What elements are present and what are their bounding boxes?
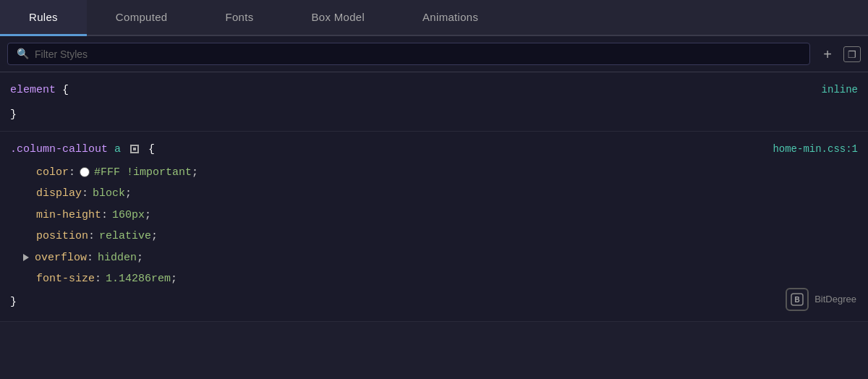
overflow-expand-triangle[interactable]	[23, 254, 29, 261]
prop-font-size-line: font-size : 1.14286rem ;	[0, 268, 868, 290]
prop-display-line: display : block ;	[0, 183, 868, 205]
prop-min-height-line: min-height : 160px ;	[0, 205, 868, 226]
tab-bar: Rules Computed Fonts Box Model Animation…	[0, 0, 868, 36]
copy-icon: ❐	[848, 49, 856, 60]
element-close-brace: }	[0, 103, 868, 127]
column-callout-selector: .column-callout a {	[10, 140, 155, 159]
bitdegree-logo: B	[786, 288, 809, 311]
tab-fonts[interactable]: Fonts	[196, 0, 282, 36]
bitdegree-logo-svg: B	[790, 292, 804, 307]
filter-input-wrap: 🔍	[7, 43, 810, 65]
color-swatch-fff[interactable]	[80, 167, 90, 177]
pseudo-element-icon[interactable]	[130, 145, 139, 153]
add-style-button[interactable]: +	[819, 44, 836, 64]
code-panel: element { inline } .column-callout a { h…	[0, 72, 868, 322]
tab-box-model[interactable]: Box Model	[282, 0, 393, 36]
column-callout-source[interactable]: home-min.css:1	[773, 141, 858, 158]
column-callout-close-brace: }	[0, 290, 868, 315]
svg-text:B: B	[795, 296, 800, 304]
toolbar-icons: + ❐	[819, 44, 861, 64]
tab-computed[interactable]: Computed	[87, 0, 197, 36]
tab-rules[interactable]: Rules	[0, 0, 87, 36]
filter-styles-input[interactable]	[35, 48, 801, 60]
filter-bar: 🔍 + ❐	[0, 36, 868, 72]
element-selector: element {	[10, 81, 69, 100]
element-section: element { inline }	[0, 72, 868, 132]
copy-styles-button[interactable]: ❐	[843, 46, 861, 62]
prop-color-line: color : #FFF !important ;	[0, 162, 868, 184]
column-callout-selector-line: .column-callout a { home-min.css:1	[0, 137, 868, 162]
element-selector-line: element { inline	[0, 78, 868, 103]
search-icon: 🔍	[17, 48, 29, 60]
prop-overflow-line: overflow : hidden ;	[0, 247, 868, 269]
element-source[interactable]: inline	[822, 82, 858, 99]
bitdegree-badge: B BitDegree	[786, 288, 856, 311]
column-callout-section: .column-callout a { home-min.css:1 color…	[0, 132, 868, 322]
prop-position-line: position : relative ;	[0, 226, 868, 247]
tab-animations[interactable]: Animations	[393, 0, 507, 36]
